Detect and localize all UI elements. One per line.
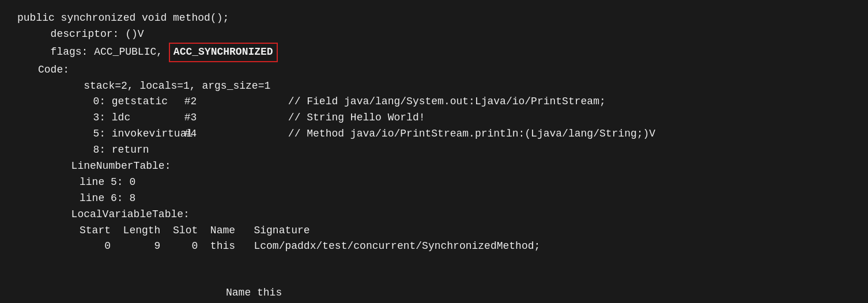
lv-header-text: Start Length Slot Name Signature <box>80 223 310 239</box>
opcode-3-num: 3: <box>80 110 105 126</box>
bytecode-0: 0: getstatic #2 // Field java/lang/Syste… <box>17 94 851 110</box>
opcode-5-name: invokevirtual <box>112 126 184 142</box>
opcode-0-num: 0: <box>80 94 105 110</box>
line-code-label: Code: <box>17 62 851 78</box>
ln-entry-1-text: line 6: 8 <box>80 191 135 207</box>
ln-entry-0: line 5: 0 <box>17 175 851 191</box>
lv-header-row: Start Length Slot Name Signature <box>17 223 851 239</box>
opcode-5-comment: // Method java/io/PrintStream.println:(L… <box>288 126 655 142</box>
opcode-3-comment: // String Hello World! <box>288 110 425 126</box>
ln-entry-0-text: line 5: 0 <box>80 175 135 191</box>
opcode-3-ref: #3 <box>184 110 226 126</box>
stack-info-text: stack=2, locals=1, args_size=1 <box>59 78 270 94</box>
opcode-0-pad <box>226 94 288 110</box>
local-variable-table-label: LocalVariableTable: <box>17 207 851 223</box>
lnt-label-text: LineNumberTable: <box>59 158 171 175</box>
bytecode-3: 3: ldc #3 // String Hello World! <box>17 110 851 126</box>
opcode-0-space <box>105 94 112 110</box>
descriptor-text: descriptor: ()V <box>38 26 144 43</box>
opcode-8-name: return <box>112 142 184 158</box>
line-stack-info: stack=2, locals=1, args_size=1 <box>17 78 851 94</box>
opcode-0-ref: #2 <box>184 94 226 110</box>
code-label-text: Code: <box>38 62 69 78</box>
line-descriptor: descriptor: ()V <box>17 26 851 43</box>
ln-entry-1: line 6: 8 <box>17 191 851 207</box>
opcode-3-name: ldc <box>112 110 184 126</box>
bytecode-5: 5: invokevirtual #4 // Method java/io/Pr… <box>17 126 851 142</box>
flags-prefix: flags: ACC_PUBLIC, <box>38 44 169 60</box>
line-method-signature: public synchronized void method(); <box>17 10 851 26</box>
code-display: public synchronized void method(); descr… <box>0 0 868 303</box>
line-number-table-label: LineNumberTable: <box>17 158 851 175</box>
opcode-5-num: 5: <box>80 126 105 142</box>
bytecode-8: 8: return <box>17 142 851 158</box>
bottom-label-text: Name this <box>226 287 282 298</box>
line-flags: flags: ACC_PUBLIC, ACC_SYNCHRONIZED <box>17 43 851 62</box>
opcode-5-pad <box>226 126 288 142</box>
opcode-8-space <box>105 142 112 158</box>
opcode-0-name: getstatic <box>112 94 184 110</box>
lvt-label-text: LocalVariableTable: <box>59 207 190 223</box>
lv-entry-text: 0 9 0 this Lcom/paddx/test/concurrent/Sy… <box>80 238 540 255</box>
bottom-label: Name this <box>226 287 282 298</box>
lv-entry-row: 0 9 0 this Lcom/paddx/test/concurrent/Sy… <box>17 238 851 255</box>
opcode-3-space <box>105 110 112 126</box>
opcode-5-ref: #4 <box>184 126 226 142</box>
opcode-3-pad <box>226 110 288 126</box>
opcode-8-num: 8: <box>80 142 105 158</box>
opcode-0-comment: // Field java/lang/System.out:Ljava/io/P… <box>288 94 606 110</box>
method-signature-text: public synchronized void method(); <box>17 10 229 26</box>
acc-synchronized-highlight: ACC_SYNCHRONIZED <box>169 43 278 62</box>
opcode-5-space <box>105 126 112 142</box>
